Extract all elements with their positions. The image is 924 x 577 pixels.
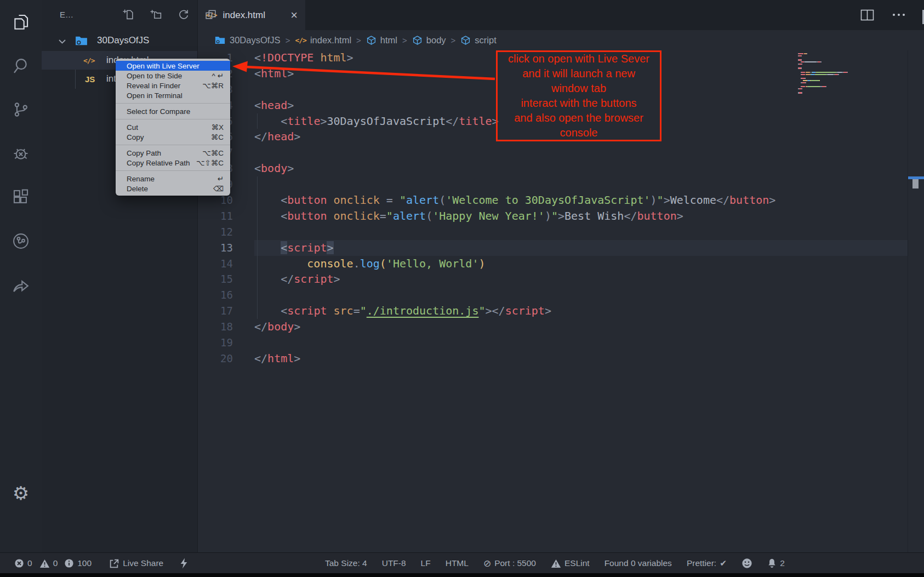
run-debug-icon[interactable]: [0, 132, 42, 175]
split-editor-icon[interactable]: [860, 9, 874, 21]
breadcrumb-item-html[interactable]: html: [366, 35, 397, 45]
breadcrumb-separator: >: [356, 36, 361, 45]
code-line[interactable]: 13 <script>: [198, 240, 908, 256]
annotation-line: interact with the buttons: [498, 96, 660, 111]
code-line[interactable]: 11 <button onclick="alert('Happy New Yea…: [198, 208, 908, 224]
explorer-icon[interactable]: [0, 0, 42, 44]
breadcrumb-item-file[interactable]: </> index.html: [295, 35, 351, 45]
live-share-button[interactable]: Live Share: [109, 558, 163, 569]
code-line[interactable]: 9: [198, 176, 908, 192]
status-language[interactable]: HTML: [446, 558, 469, 568]
line-number: 11: [198, 208, 233, 224]
share-arrow-icon[interactable]: [0, 263, 42, 307]
menu-item-select-for-compare[interactable]: Select for Compare: [116, 106, 230, 116]
code-line[interactable]: 7: [198, 145, 908, 161]
breadcrumb-item-folder[interactable]: 30DaysOfJS: [214, 35, 281, 45]
line-number: 12: [198, 224, 233, 240]
minimap[interactable]: [798, 53, 858, 94]
circle-branch-icon[interactable]: [0, 219, 42, 263]
status-prettier[interactable]: Prettier: ✔: [687, 558, 727, 568]
menu-separator: [116, 145, 230, 145]
menu-item-open-to-the-side[interactable]: Open to the Side^ ↵: [116, 71, 230, 81]
menu-separator: [116, 170, 230, 171]
line-number: 15: [198, 271, 233, 287]
problems-info[interactable]: 100: [64, 558, 92, 568]
problems-warnings[interactable]: 0: [39, 558, 58, 568]
source-control-icon[interactable]: [0, 88, 42, 132]
warning-icon: [39, 559, 50, 568]
warning-icon: [551, 559, 561, 568]
symbol-cube-icon: [460, 35, 471, 45]
refresh-icon[interactable]: [177, 8, 190, 21]
new-file-icon[interactable]: [122, 8, 135, 21]
code-line[interactable]: 14 console.log('Hello, World'): [198, 256, 908, 272]
code-line[interactable]: 15 </script>: [198, 271, 908, 287]
new-folder-icon[interactable]: [150, 8, 162, 21]
menu-item-copy-path[interactable]: Copy Path⌥⌘C: [116, 148, 230, 158]
problems-errors[interactable]: 0: [14, 558, 32, 568]
symbol-cube-icon: [366, 35, 377, 45]
menu-item-cut[interactable]: Cut⌘X: [116, 122, 230, 132]
code-line[interactable]: 18</body>: [198, 319, 908, 335]
settings-gear-icon[interactable]: ⚙: [0, 476, 42, 511]
lightning-icon[interactable]: [180, 558, 188, 569]
overview-ruler[interactable]: [908, 50, 924, 552]
status-eslint[interactable]: ESLint: [551, 558, 590, 568]
notifications-bell[interactable]: 2: [767, 558, 785, 569]
menu-separator: [116, 103, 230, 104]
html-file-icon: </>: [295, 36, 306, 44]
annotation-line: window tab: [498, 81, 660, 96]
feedback-smiley-icon[interactable]: [742, 558, 752, 569]
annotation-box: click on open with Live Sever and it wil…: [496, 50, 661, 141]
code-line[interactable]: 19: [198, 335, 908, 351]
code-line[interactable]: 20</html>: [198, 351, 908, 367]
menu-item-reveal-in-finder[interactable]: Reveal in Finder⌥⌘R: [116, 81, 230, 90]
html-file-icon: </>: [83, 56, 94, 65]
status-eol[interactable]: LF: [421, 558, 431, 568]
extensions-icon[interactable]: [0, 175, 42, 219]
symbol-cube-icon: [412, 35, 423, 45]
collapse-all-icon[interactable]: [204, 8, 217, 21]
menu-separator: [116, 119, 230, 119]
js-file-icon: JS: [85, 75, 95, 84]
search-icon[interactable]: [0, 44, 42, 88]
check-icon: ✔: [720, 558, 727, 568]
line-number: 18: [198, 319, 233, 335]
close-icon[interactable]: ×: [290, 9, 298, 21]
menu-item-rename[interactable]: Rename↵: [116, 174, 230, 184]
menu-item-delete[interactable]: Delete⌫: [116, 184, 230, 193]
status-tab-size[interactable]: Tab Size: 4: [325, 558, 367, 568]
more-actions-icon[interactable]: [893, 8, 905, 22]
status-encoding[interactable]: UTF-8: [382, 558, 406, 568]
code-line[interactable]: 16: [198, 287, 908, 303]
context-menu: Open with Live ServerOpen to the Side^ ↵…: [116, 59, 230, 196]
menu-item-copy[interactable]: Copy⌘C: [116, 132, 230, 142]
menu-item-open-in-terminal[interactable]: Open in Terminal: [116, 90, 230, 100]
menu-item-open-with-live-server[interactable]: Open with Live Server: [116, 61, 230, 71]
line-number: 16: [198, 287, 233, 303]
menu-item-copy-relative-path[interactable]: Copy Relative Path⌥⇧⌘C: [116, 158, 230, 168]
folder-icon: [75, 35, 88, 47]
breadcrumb-item-body[interactable]: body: [412, 35, 446, 45]
code-line[interactable]: 8<body>: [198, 161, 908, 176]
breadcrumb-item-script[interactable]: script: [460, 35, 496, 45]
tree-folder-30daysofjs[interactable]: 30DaysOfJS: [42, 31, 197, 51]
status-variables[interactable]: Found 0 variables: [604, 558, 672, 568]
live-share-icon: [109, 558, 119, 569]
explorer-title: E…: [60, 10, 73, 19]
folder-name: 30DaysOfJS: [97, 35, 149, 46]
annotation-line: and also open the browser: [498, 111, 660, 125]
status-port[interactable]: ⊘ Port : 5500: [483, 558, 536, 569]
code-line[interactable]: 10 <button onclick = "alert('Welcome to …: [198, 192, 908, 208]
code-line[interactable]: 17 <script src="./introduction.js"></scr…: [198, 303, 908, 319]
code-line[interactable]: 12: [198, 224, 908, 240]
line-number: 14: [198, 256, 233, 272]
chevron-down-icon: [58, 37, 67, 46]
annotation-line: click on open with Live Sever: [498, 52, 660, 66]
bell-icon: [767, 558, 777, 569]
window-bottom-strip: [0, 573, 924, 577]
activity-bar: ⚙: [0, 0, 42, 552]
breadcrumb-separator: >: [451, 36, 456, 45]
line-number: 19: [198, 335, 233, 351]
scrollbar-thumb[interactable]: [912, 179, 919, 188]
